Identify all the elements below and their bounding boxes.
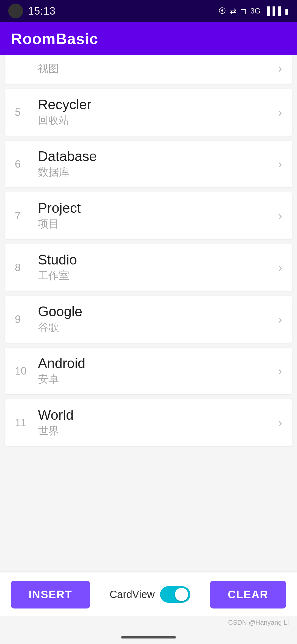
item-number: 5 <box>15 107 31 118</box>
item-arrow-partial: › <box>278 61 282 75</box>
list-item[interactable]: 5Recycler回收站› <box>5 89 292 136</box>
signal-bars-icon: ▐▐▐ <box>264 7 281 15</box>
list-item[interactable]: 6Database数据库› <box>5 141 292 187</box>
list-container: 视图 › 5Recycler回收站›6Database数据库›7Project项… <box>0 55 297 446</box>
app-title: RoomBasic <box>11 30 98 48</box>
item-content: Database数据库 <box>31 149 273 179</box>
item-title: Google <box>38 304 273 319</box>
bottom-bar: INSERT CardView CLEAR <box>0 572 297 616</box>
copyright-text: CSDN @Hanyang Li <box>228 619 289 626</box>
item-subtitle: 安卓 <box>38 372 273 386</box>
item-subtitle: 工作室 <box>38 269 273 283</box>
cardview-toggle[interactable] <box>160 586 190 603</box>
insert-button[interactable]: INSERT <box>11 581 90 608</box>
item-subtitle: 项目 <box>38 217 273 231</box>
item-arrow-icon: › <box>278 312 282 326</box>
item-number: 6 <box>15 158 31 170</box>
item-arrow-icon: › <box>278 105 282 119</box>
list-item[interactable]: 10Android安卓› <box>5 348 292 394</box>
clear-button[interactable]: CLEAR <box>210 581 286 608</box>
item-number: 8 <box>15 262 31 274</box>
list-items-container: 5Recycler回收站›6Database数据库›7Project项目›8St… <box>0 89 297 446</box>
item-subtitle: 世界 <box>38 424 273 438</box>
home-indicator <box>121 636 176 638</box>
item-arrow-icon: › <box>278 261 282 274</box>
status-bar: 15:13 ⦿ ⇄ ◻ 3G ▐▐▐ ▮ <box>0 0 297 22</box>
status-icons: ⦿ ⇄ ◻ 3G ▐▐▐ ▮ <box>218 7 289 16</box>
toggle-track <box>160 586 190 603</box>
toggle-thumb <box>175 588 188 601</box>
list-item[interactable]: 11World世界› <box>5 399 292 446</box>
item-title: Recycler <box>38 97 273 112</box>
item-title: Database <box>38 149 273 164</box>
status-time: 15:13 <box>28 5 56 17</box>
item-number: 10 <box>15 365 31 377</box>
item-subtitle: 回收站 <box>38 113 273 127</box>
signal-label: 3G <box>250 7 260 15</box>
location-icon: ⦿ <box>218 7 226 15</box>
item-content: Google谷歌 <box>31 304 273 334</box>
item-content-partial: 视图 <box>31 61 273 76</box>
list-item-partial[interactable]: 视图 › <box>5 55 292 84</box>
item-arrow-icon: › <box>278 416 282 430</box>
item-content: Recycler回收站 <box>31 97 273 127</box>
item-subtitle-partial: 视图 <box>38 62 273 76</box>
item-arrow-icon: › <box>278 157 282 171</box>
item-subtitle: 数据库 <box>38 165 273 179</box>
item-arrow-icon: › <box>278 209 282 223</box>
sync-icon: ⇄ <box>230 7 236 16</box>
item-title: World <box>38 408 273 423</box>
item-title: Studio <box>38 252 273 268</box>
toggle-label: CardView <box>109 589 155 601</box>
toggle-group: CardView <box>109 586 190 603</box>
item-title: Android <box>38 356 273 371</box>
item-content: Android安卓 <box>31 356 273 386</box>
item-content: World世界 <box>31 408 273 438</box>
item-number: 7 <box>15 210 31 222</box>
status-circle <box>8 4 23 18</box>
item-number: 11 <box>15 417 31 429</box>
item-subtitle: 谷歌 <box>38 320 273 334</box>
item-title: Project <box>38 201 273 216</box>
item-content: Studio工作室 <box>31 252 273 283</box>
battery-icon: ▮ <box>285 7 289 16</box>
item-arrow-icon: › <box>278 364 282 378</box>
item-number: 9 <box>15 313 31 325</box>
list-item[interactable]: 8Studio工作室› <box>5 244 292 291</box>
list-item[interactable]: 9Google谷歌› <box>5 296 292 343</box>
scroll-area: 视图 › 5Recycler回收站›6Database数据库›7Project项… <box>0 55 297 572</box>
app-bar: RoomBasic <box>0 22 297 55</box>
item-content: Project项目 <box>31 201 273 231</box>
watch-icon: ◻ <box>240 7 246 16</box>
list-item[interactable]: 7Project项目› <box>5 192 292 239</box>
